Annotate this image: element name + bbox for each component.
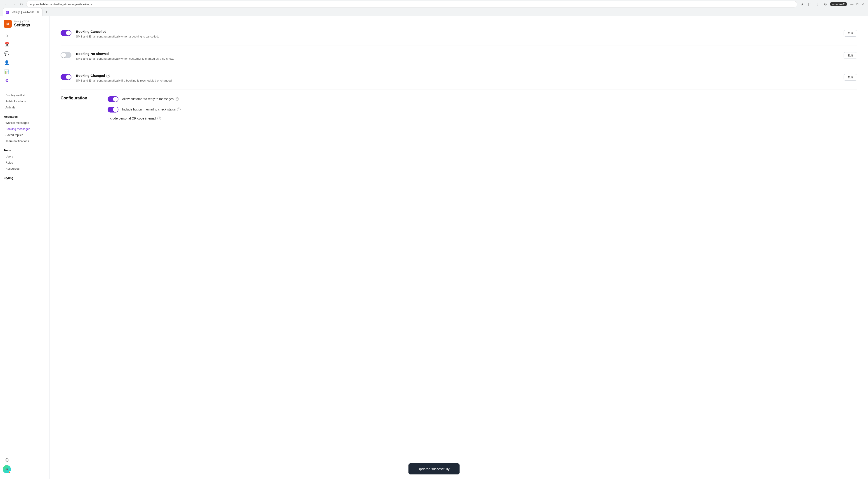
- booking-changed-desc: SMS and Email sent automatically if a bo…: [76, 78, 836, 83]
- toggle-knob: [66, 74, 71, 79]
- sidebar-header: M Moodjoy7434 Settings: [0, 20, 50, 31]
- app-container: M Moodjoy7434 Settings ⌂ 📅 💬 👤 📊 ⚙ Displ…: [0, 16, 868, 479]
- booking-no-showed-edit-button[interactable]: Edit: [844, 52, 857, 59]
- sidebar-home-icon[interactable]: ⌂: [3, 31, 11, 39]
- booking-cancelled-name: Booking Cancelled: [76, 30, 836, 33]
- sidebar-heading: Settings: [14, 23, 30, 28]
- browser-controls: ← → ↻: [3, 1, 24, 7]
- booking-changed-edit-button[interactable]: Edit: [844, 74, 857, 80]
- sidebar-section-messages: Messages Waitlist messages Booking messa…: [0, 112, 50, 144]
- booking-changed-toggle[interactable]: [61, 74, 71, 80]
- workspace-avatar: M: [4, 20, 12, 28]
- config-reply-label: Allow customer to reply to messages ?: [122, 97, 179, 101]
- incognito-badge[interactable]: Incognito (2): [830, 2, 847, 6]
- download-icon[interactable]: ⇓: [814, 1, 821, 7]
- booking-cancelled-toggle[interactable]: [61, 30, 71, 36]
- main-content: Booking Cancelled SMS and Email sent aut…: [50, 16, 868, 479]
- minimize-button[interactable]: —: [849, 2, 855, 6]
- sidebar-section-title-messages: Messages: [4, 115, 46, 119]
- sidebar-link-public-locations[interactable]: Public locations: [4, 98, 46, 104]
- sidebar-link-booking-messages[interactable]: Booking messages: [4, 126, 46, 132]
- close-window-button[interactable]: ✕: [860, 2, 865, 6]
- active-tab[interactable]: M Settings | Waitwhile ✕: [3, 8, 42, 16]
- config-qr-label: Include personal QR code in email ?: [107, 117, 161, 120]
- toggle-knob: [66, 31, 71, 35]
- sidebar-nav-icons: ⌂ 📅 💬 👤 📊 ⚙: [0, 31, 50, 85]
- booking-cancelled-edit-button[interactable]: Edit: [844, 30, 857, 37]
- maximize-button[interactable]: □: [855, 2, 860, 6]
- booking-changed-info: Booking Changed ? SMS and Email sent aut…: [76, 74, 836, 83]
- config-button-label: Include button in email to check status …: [122, 107, 181, 111]
- browser-toolbar-icons: ★ ◫ ⇓ ⚙ Incognito (2): [799, 1, 847, 7]
- new-tab-button[interactable]: +: [43, 9, 50, 15]
- sidebar-link-team-notifications[interactable]: Team notifications: [4, 138, 46, 144]
- configuration-section: Configuration Allow customer to reply to…: [61, 90, 857, 127]
- booking-cancelled-info: Booking Cancelled SMS and Email sent aut…: [76, 30, 836, 39]
- sidebar-link-roles[interactable]: Roles: [4, 160, 46, 166]
- booking-cancelled-toggle-area: Booking Cancelled SMS and Email sent aut…: [61, 30, 836, 39]
- config-row-reply: Allow customer to reply to messages ?: [107, 96, 857, 102]
- back-button[interactable]: ←: [3, 1, 9, 7]
- tab-title: Settings | Waitwhile: [11, 11, 34, 14]
- toggle-knob: [61, 53, 66, 58]
- configuration-options: Allow customer to reply to messages ? In…: [107, 96, 857, 120]
- toggle-knob: [113, 97, 118, 102]
- tab-close-button[interactable]: ✕: [36, 10, 39, 14]
- booking-changed-row: Booking Changed ? SMS and Email sent aut…: [61, 67, 857, 90]
- booking-no-showed-name: Booking No-showed: [76, 52, 836, 56]
- config-button-toggle[interactable]: [107, 107, 119, 112]
- config-button-help-icon[interactable]: ?: [177, 107, 181, 111]
- sidebar-link-saved-replies[interactable]: Saved replies: [4, 132, 46, 138]
- configuration-label: Configuration: [61, 96, 97, 120]
- sidebar-link-users[interactable]: Users: [4, 153, 46, 160]
- sidebar-section-title-team: Team: [4, 149, 46, 152]
- config-qr-help-icon[interactable]: ?: [157, 117, 161, 120]
- sidebar-section-title-styling: Styling: [4, 176, 46, 180]
- sidebar: M Moodjoy7434 Settings ⌂ 📅 💬 👤 📊 ⚙ Displ…: [0, 16, 50, 479]
- toggle-knob: [113, 107, 118, 112]
- sidebar-link-resources[interactable]: Resources: [4, 166, 46, 172]
- sidebar-link-waitlist-messages[interactable]: Waitlist messages: [4, 120, 46, 126]
- booking-cancelled-row: Booking Cancelled SMS and Email sent aut…: [61, 23, 857, 45]
- booking-no-showed-toggle-area: Booking No-showed SMS and Email sent aut…: [61, 52, 836, 61]
- booking-no-showed-desc: SMS and Email sent automatically when cu…: [76, 57, 836, 61]
- booking-changed-toggle-area: Booking Changed ? SMS and Email sent aut…: [61, 74, 836, 83]
- booking-cancelled-desc: SMS and Email sent automatically when a …: [76, 34, 836, 39]
- sidebar-users-icon[interactable]: 👤: [3, 59, 11, 67]
- sidebar-username: Moodjoy7434: [14, 20, 30, 23]
- config-reply-help-icon[interactable]: ?: [175, 97, 179, 101]
- url-text: app.waitwhile.com/settings/messages/book…: [30, 2, 92, 6]
- tab-bar: M Settings | Waitwhile ✕ +: [0, 8, 868, 16]
- success-toast: Updated successfully!: [408, 463, 460, 475]
- sidebar-link-display-waitlist[interactable]: Display waitlist: [4, 92, 46, 98]
- sidebar-section-nav: Display waitlist Public locations Arriva…: [0, 92, 50, 110]
- booking-changed-name: Booking Changed ?: [76, 74, 836, 77]
- forward-button[interactable]: →: [10, 1, 17, 7]
- booking-no-showed-toggle[interactable]: [61, 52, 71, 58]
- bookmark-icon[interactable]: ★: [799, 1, 805, 7]
- address-bar[interactable]: app.waitwhile.com/settings/messages/book…: [26, 1, 797, 7]
- booking-no-showed-row: Booking No-showed SMS and Email sent aut…: [61, 45, 857, 68]
- sidebar-help-icon[interactable]: ⓘ: [3, 456, 11, 464]
- extensions-icon[interactable]: ◫: [807, 1, 813, 7]
- status-dot: [8, 471, 11, 473]
- config-row-button: Include button in email to check status …: [107, 106, 857, 112]
- sidebar-analytics-icon[interactable]: 📊: [3, 68, 11, 76]
- booking-changed-help-icon[interactable]: ?: [106, 74, 110, 77]
- tab-favicon: M: [6, 11, 9, 14]
- booking-no-showed-info: Booking No-showed SMS and Email sent aut…: [76, 52, 836, 61]
- sidebar-chat-icon[interactable]: 💬: [3, 50, 11, 58]
- sidebar-bottom-icons: ⓘ 🎮: [0, 454, 50, 475]
- browser-titlebar: ← → ↻ app.waitwhile.com/settings/message…: [0, 0, 868, 8]
- sidebar-section-styling: Styling: [0, 173, 50, 181]
- window-controls: — □ ✕: [849, 2, 865, 6]
- sidebar-settings-icon[interactable]: ⚙: [3, 76, 11, 85]
- config-row-qr: Include personal QR code in email ?: [107, 117, 857, 120]
- sidebar-section-team: Team Users Roles Resources: [0, 146, 50, 172]
- sidebar-calendar-icon[interactable]: 📅: [3, 40, 11, 48]
- profile-icon[interactable]: ⚙: [822, 1, 829, 7]
- config-reply-toggle[interactable]: [107, 96, 119, 102]
- reload-button[interactable]: ↻: [18, 1, 24, 7]
- sidebar-link-arrivals[interactable]: Arrivals: [4, 104, 46, 110]
- sidebar-user-avatar[interactable]: 🎮: [3, 465, 11, 473]
